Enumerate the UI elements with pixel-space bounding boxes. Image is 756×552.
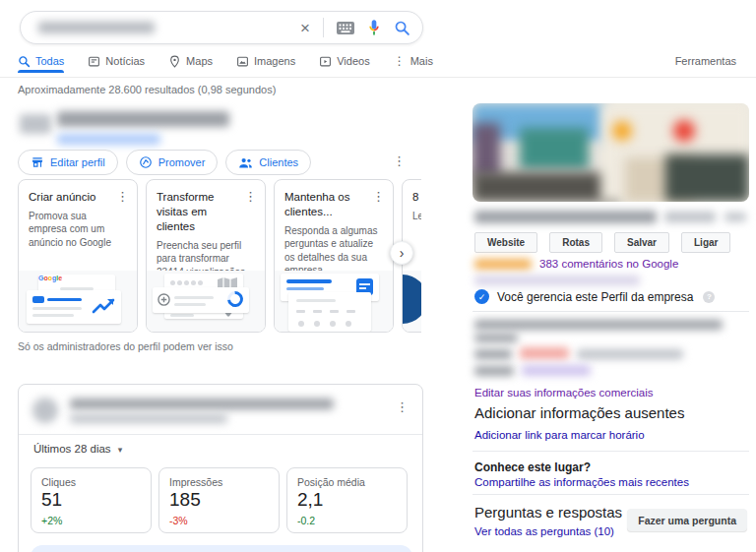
stat-delta: +2% bbox=[41, 515, 141, 526]
clear-search-button[interactable]: × bbox=[300, 20, 310, 36]
edit-profile-button[interactable]: Editar perfil bbox=[18, 150, 118, 175]
card-menu-button[interactable]: ⋮ bbox=[372, 190, 385, 219]
photo-interior-redacted bbox=[665, 154, 749, 202]
carousel-next-button[interactable]: › bbox=[390, 241, 413, 265]
period-selector[interactable]: Últimos 28 dias ▾ bbox=[33, 443, 122, 455]
voice-search-button[interactable] bbox=[367, 19, 381, 37]
knowledge-panel: Website Rotas Salvar Ligar 383 comentári… bbox=[472, 103, 749, 552]
stat-label: Cliques bbox=[41, 476, 141, 488]
category-redacted bbox=[474, 276, 640, 285]
map-marker-orange bbox=[612, 121, 632, 141]
kp-divider bbox=[472, 494, 749, 495]
booking-link[interactable]: Adicionar link para marcar horário bbox=[474, 429, 645, 441]
ask-question-button[interactable]: Fazer uma pergunta bbox=[627, 509, 747, 531]
customers-button[interactable]: Clientes bbox=[225, 150, 311, 175]
cards-footnote: Só os administradores do perfil podem ve… bbox=[18, 340, 233, 352]
image-icon bbox=[236, 55, 249, 68]
card-menu-button[interactable]: ⋮ bbox=[244, 190, 257, 234]
news-icon bbox=[88, 55, 100, 68]
storefront-icon bbox=[31, 155, 44, 169]
keyboard-button[interactable] bbox=[337, 22, 354, 34]
save-button[interactable]: Salvar bbox=[614, 232, 669, 253]
verified-badge-icon: ✓ bbox=[474, 289, 489, 304]
phone-number-redacted bbox=[522, 365, 591, 376]
kp-action-buttons: Website Rotas Salvar Ligar bbox=[474, 232, 730, 253]
card-title: 8 r bbox=[412, 190, 421, 205]
kp-divider bbox=[472, 451, 749, 452]
people-icon bbox=[238, 156, 253, 169]
kp-business-name-redacted bbox=[474, 211, 657, 223]
period-label: Últimos 28 dias bbox=[33, 443, 111, 455]
card-mantenha-clientes[interactable]: Mantenha os clientes... ⋮ Responda a alg… bbox=[274, 179, 394, 333]
reviews-link[interactable]: 383 comentários no Google bbox=[539, 258, 678, 270]
stat-delta: -0.2 bbox=[297, 515, 397, 526]
close-icon: × bbox=[300, 20, 310, 36]
header-divider bbox=[0, 77, 756, 78]
business-avatar-redacted bbox=[32, 398, 58, 423]
business-photos[interactable] bbox=[472, 103, 749, 202]
card-criar-anuncio[interactable]: Criar anúncio ⋮ Promova sua empresa com … bbox=[18, 179, 138, 333]
stat-label: Impressões bbox=[169, 476, 269, 488]
hours-detail-redacted bbox=[577, 349, 683, 359]
search-bar[interactable]: × bbox=[20, 11, 423, 44]
tab-maps[interactable]: Maps bbox=[168, 55, 213, 68]
address-line2-redacted bbox=[474, 334, 518, 342]
qa-heading: Perguntas e respostas bbox=[474, 504, 622, 521]
card-title: Criar anúncio bbox=[29, 190, 95, 205]
tab-label: Videos bbox=[337, 55, 369, 67]
card-illustration bbox=[403, 271, 421, 332]
tab-noticias[interactable]: Notícias bbox=[88, 55, 145, 68]
searchbar-divider bbox=[323, 18, 324, 37]
stat-label: Posição média bbox=[297, 476, 397, 488]
call-button[interactable]: Ligar bbox=[681, 232, 730, 253]
card-transforme-visitas[interactable]: Transforme visitas em clientes ⋮ Preench… bbox=[146, 179, 266, 333]
stat-value: 185 bbox=[169, 489, 269, 511]
tab-label: Imagens bbox=[254, 55, 295, 67]
tab-videos[interactable]: Videos bbox=[319, 55, 369, 68]
see-all-questions-link[interactable]: Ver todas as perguntas (10) bbox=[474, 525, 614, 537]
promote-button[interactable]: Promover bbox=[126, 150, 219, 175]
card-body: Promova sua empresa com um anúncio no Go… bbox=[19, 205, 137, 250]
stat-value: 51 bbox=[41, 489, 141, 511]
promote-label: Promover bbox=[158, 156, 206, 168]
card-menu-button[interactable]: ⋮ bbox=[116, 190, 129, 205]
tab-label: Todas bbox=[35, 55, 64, 67]
kp-name-small-redacted bbox=[724, 213, 746, 221]
photo-sign-redacted bbox=[520, 128, 589, 169]
tools-button[interactable]: Ferramentas bbox=[675, 55, 736, 67]
tab-label: Mais bbox=[410, 55, 433, 67]
hours-label-redacted bbox=[474, 349, 512, 359]
photo-tower-redacted bbox=[472, 123, 500, 177]
directions-button[interactable]: Rotas bbox=[549, 232, 602, 253]
chevron-down-icon: ▾ bbox=[118, 445, 123, 455]
stat-value: 2,1 bbox=[297, 489, 397, 511]
card-body: Le re bbox=[403, 205, 421, 223]
search-tabs: Todas Notícias Maps Imagens Videos ⋮ Mai… bbox=[18, 54, 736, 68]
search-submit-button[interactable] bbox=[394, 20, 410, 36]
profile-more-menu[interactable]: ⋮ bbox=[393, 154, 406, 167]
google-search-page: × Todas Notícias Maps bbox=[0, 0, 756, 552]
add-circle-icon bbox=[158, 293, 170, 306]
know-place-heading: Conhece este lugar? bbox=[474, 460, 591, 474]
profile-favicon-redacted bbox=[20, 114, 51, 134]
share-info-link[interactable]: Compartilhe as informações mais recentes bbox=[474, 476, 689, 488]
blue-circle-illustration bbox=[402, 275, 421, 324]
tab-imagens[interactable]: Imagens bbox=[236, 55, 295, 68]
tab-todas[interactable]: Todas bbox=[18, 55, 64, 68]
card-illustration bbox=[147, 271, 265, 332]
chevron-right-icon: › bbox=[400, 245, 405, 261]
more-vertical-icon: ⋮ bbox=[394, 54, 406, 68]
search-icon bbox=[18, 55, 31, 68]
mic-icon bbox=[367, 19, 381, 37]
missing-info-heading: Adicionar informações ausentes bbox=[474, 404, 684, 421]
business-subtitle-redacted bbox=[70, 414, 227, 423]
tab-label: Notícias bbox=[105, 55, 145, 67]
website-button[interactable]: Website bbox=[474, 232, 537, 253]
suggestion-carousel: Criar anúncio ⋮ Promova sua empresa com … bbox=[18, 179, 421, 335]
photo-street-redacted bbox=[472, 172, 620, 202]
stat-cliques: Cliques 51 +2% bbox=[31, 467, 152, 533]
performance-more-menu[interactable]: ⋮ bbox=[396, 400, 409, 413]
edit-business-info-link[interactable]: Editar suas informações comerciais bbox=[474, 387, 654, 399]
tab-mais[interactable]: ⋮ Mais bbox=[394, 54, 433, 68]
help-icon[interactable]: ? bbox=[703, 291, 715, 303]
